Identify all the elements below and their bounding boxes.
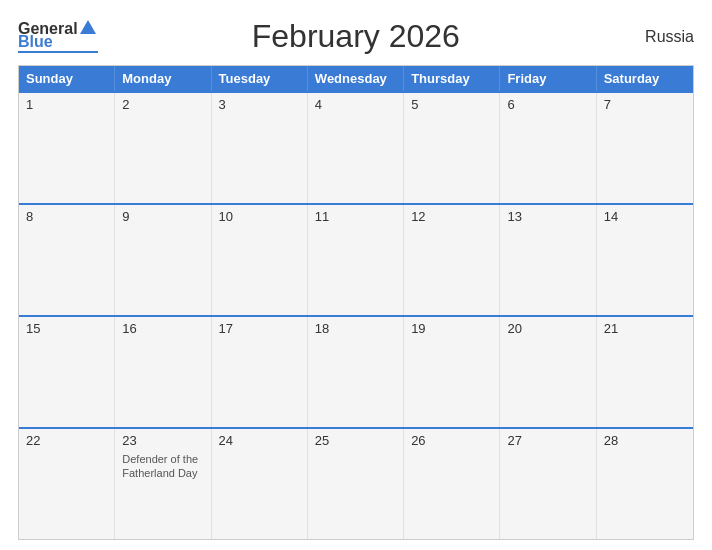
day-number: 19	[411, 321, 492, 336]
day-number: 22	[26, 433, 107, 448]
calendar-day: 25	[308, 429, 404, 539]
calendar-day: 8	[19, 205, 115, 315]
calendar-day: 21	[597, 317, 693, 427]
logo: General Blue	[18, 21, 98, 53]
day-number: 28	[604, 433, 686, 448]
calendar-day: 23Defender of the Fatherland Day	[115, 429, 211, 539]
calendar-day: 10	[212, 205, 308, 315]
day-number: 14	[604, 209, 686, 224]
calendar-week: 15161718192021	[19, 315, 693, 427]
day-number: 6	[507, 97, 588, 112]
day-number: 27	[507, 433, 588, 448]
day-number: 8	[26, 209, 107, 224]
logo-triangle-icon	[80, 20, 96, 34]
calendar-day: 4	[308, 93, 404, 203]
calendar-day: 6	[500, 93, 596, 203]
calendar-day: 9	[115, 205, 211, 315]
calendar-day: 19	[404, 317, 500, 427]
calendar-day: 20	[500, 317, 596, 427]
calendar-day: 2	[115, 93, 211, 203]
day-number: 12	[411, 209, 492, 224]
calendar-day: 13	[500, 205, 596, 315]
calendar-day: 5	[404, 93, 500, 203]
calendar-day: 27	[500, 429, 596, 539]
calendar-day: 26	[404, 429, 500, 539]
page: General Blue February 2026 Russia Sunday…	[0, 0, 712, 550]
logo-underline	[18, 51, 98, 53]
calendar-day: 17	[212, 317, 308, 427]
header: General Blue February 2026 Russia	[18, 18, 694, 55]
day-number: 1	[26, 97, 107, 112]
day-number: 25	[315, 433, 396, 448]
day-number: 7	[604, 97, 686, 112]
calendar-day: 22	[19, 429, 115, 539]
day-number: 4	[315, 97, 396, 112]
weekday-header: Sunday	[19, 66, 115, 91]
holiday-label: Defender of the Fatherland Day	[122, 452, 203, 481]
calendar-day: 3	[212, 93, 308, 203]
weekday-header: Saturday	[597, 66, 693, 91]
day-number: 26	[411, 433, 492, 448]
calendar-day: 7	[597, 93, 693, 203]
day-number: 16	[122, 321, 203, 336]
calendar: SundayMondayTuesdayWednesdayThursdayFrid…	[18, 65, 694, 540]
calendar-day: 14	[597, 205, 693, 315]
weekday-header: Wednesday	[308, 66, 404, 91]
day-number: 23	[122, 433, 203, 448]
weekday-header: Friday	[500, 66, 596, 91]
calendar-day: 18	[308, 317, 404, 427]
day-number: 13	[507, 209, 588, 224]
calendar-day: 15	[19, 317, 115, 427]
country-label: Russia	[614, 28, 694, 46]
day-number: 3	[219, 97, 300, 112]
day-number: 17	[219, 321, 300, 336]
calendar-week: 1234567	[19, 91, 693, 203]
calendar-day: 24	[212, 429, 308, 539]
day-number: 10	[219, 209, 300, 224]
calendar-header-row: SundayMondayTuesdayWednesdayThursdayFrid…	[19, 66, 693, 91]
logo-blue: Blue	[18, 34, 53, 50]
day-number: 9	[122, 209, 203, 224]
calendar-day: 28	[597, 429, 693, 539]
day-number: 15	[26, 321, 107, 336]
day-number: 11	[315, 209, 396, 224]
weekday-header: Tuesday	[212, 66, 308, 91]
page-title: February 2026	[98, 18, 614, 55]
calendar-day: 1	[19, 93, 115, 203]
calendar-week: 2223Defender of the Fatherland Day242526…	[19, 427, 693, 539]
calendar-body: 1234567891011121314151617181920212223Def…	[19, 91, 693, 539]
calendar-week: 891011121314	[19, 203, 693, 315]
day-number: 5	[411, 97, 492, 112]
day-number: 24	[219, 433, 300, 448]
calendar-day: 11	[308, 205, 404, 315]
day-number: 20	[507, 321, 588, 336]
weekday-header: Monday	[115, 66, 211, 91]
day-number: 21	[604, 321, 686, 336]
weekday-header: Thursday	[404, 66, 500, 91]
calendar-day: 16	[115, 317, 211, 427]
day-number: 18	[315, 321, 396, 336]
day-number: 2	[122, 97, 203, 112]
calendar-day: 12	[404, 205, 500, 315]
